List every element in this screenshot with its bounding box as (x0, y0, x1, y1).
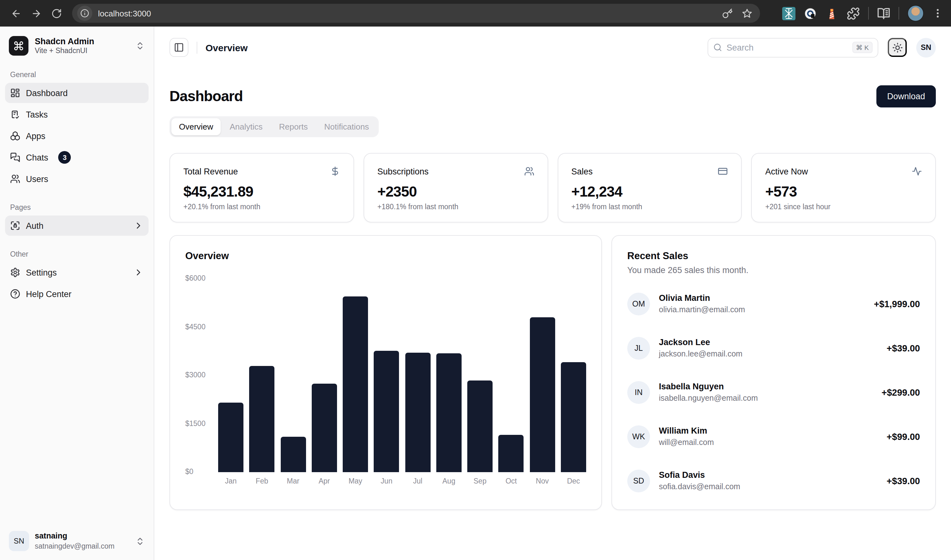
tab-reports[interactable]: Reports (271, 118, 315, 135)
screen: localhost:3000 (0, 0, 951, 560)
stat-value: +12,234 (571, 183, 728, 200)
sale-amount: +$39.00 (886, 476, 920, 486)
dashboard-icon (10, 88, 20, 98)
chats-icon (10, 152, 20, 162)
y-tick: $3000 (185, 371, 205, 378)
chats-badge: 3 (59, 151, 71, 164)
sidebar: Shadcn Admin Vite + ShadcnUI GeneralDash… (0, 26, 154, 560)
sale-avatar: OM (627, 292, 650, 315)
bar (467, 380, 493, 472)
stat-card-active-now: Active Now+573+201 since last hour (752, 153, 936, 223)
extensions-area (761, 5, 945, 22)
toolbar-divider (899, 7, 899, 20)
password-key-icon[interactable] (722, 8, 733, 18)
sidebar-item-label: Apps (26, 131, 46, 141)
breadcrumb: Overview (205, 42, 248, 53)
page-content: Dashboard Download OverviewAnalyticsRepo… (154, 68, 951, 510)
sidebar-nav: GeneralDashboardTasksAppsChats3UsersPage… (5, 63, 149, 527)
search-input[interactable] (726, 43, 848, 52)
stat-card-sales: Sales+12,234+19% from last month (557, 153, 742, 223)
url-text[interactable]: localhost:3000 (98, 9, 722, 18)
reload-icon (51, 8, 62, 18)
browser-back-button[interactable] (6, 4, 25, 23)
sidebar-item-auth[interactable]: Auth (5, 215, 149, 236)
tab-overview[interactable]: Overview (171, 118, 221, 135)
recent-sales-list: OMOlivia Martinolivia.martin@email.com+$… (627, 282, 920, 503)
stat-change: +201 since last hour (765, 203, 922, 211)
users-icon (524, 166, 534, 176)
chart-bar-mar (281, 279, 306, 472)
team-name: Shadcn Admin (35, 36, 94, 46)
recent-sales-title: Recent Sales (627, 250, 920, 262)
x-tick-apr: Apr (312, 477, 337, 485)
user-avatar: SN (9, 531, 29, 551)
sidebar-item-apps[interactable]: Apps (5, 126, 149, 146)
stat-card-subscriptions: Subscriptions+2350+180.1% from last mont… (364, 153, 548, 223)
theme-toggle-button[interactable] (888, 38, 907, 57)
chart-bar-jun (374, 279, 399, 472)
x-tick-feb: Feb (250, 477, 275, 485)
tab-notifications[interactable]: Notifications (317, 118, 377, 135)
stat-change: +20.1% from last month (183, 203, 340, 211)
chevron-right-icon (133, 221, 143, 231)
site-info-button[interactable] (77, 6, 92, 21)
browser-profile-avatar[interactable] (907, 5, 924, 22)
sale-row-jackson-lee: JLJackson Leejackson.lee@email.com+$39.0… (627, 326, 920, 371)
bar (499, 435, 524, 472)
sale-row-isabella-nguyen: INIsabella Nguyenisabella.nguyen@email.c… (627, 371, 920, 415)
download-button[interactable]: Download (876, 85, 936, 108)
x-tick-may: May (343, 477, 368, 485)
tab-analytics[interactable]: Analytics (222, 118, 270, 135)
search-box[interactable]: ⌘ K (707, 38, 878, 57)
stat-title: Subscriptions (378, 166, 429, 176)
sidebar-item-users[interactable]: Users (5, 169, 149, 189)
sidebar-item-help-center[interactable]: Help Center (5, 284, 149, 304)
sale-email: isabella.nguyen@email.com (659, 393, 758, 404)
sidebar-item-settings[interactable]: Settings (5, 262, 149, 283)
team-switcher[interactable]: Shadcn Admin Vite + ShadcnUI (5, 32, 149, 60)
sale-avatar: SD (627, 469, 650, 492)
chart-bar-dec (561, 279, 586, 472)
browser-menu-icon[interactable] (932, 8, 943, 19)
sale-name: Isabella Nguyen (659, 381, 758, 393)
chart-bar-feb (250, 279, 275, 472)
stat-value: $45,231.89 (183, 183, 340, 200)
header-avatar[interactable]: SN (916, 38, 936, 57)
bar (436, 353, 462, 472)
sidebar-toggle-button[interactable] (170, 38, 188, 57)
chevrons-up-down-icon (135, 536, 145, 546)
tasks-icon (10, 109, 20, 120)
sale-amount: +$99.00 (886, 432, 920, 442)
bar (250, 366, 275, 472)
reading-list-icon[interactable] (877, 7, 890, 20)
x-tick-sep: Sep (467, 477, 493, 485)
sale-name: William Kim (659, 425, 714, 437)
chart-bar-aug (436, 279, 462, 472)
bar (218, 403, 244, 472)
sidebar-item-label: Help Center (26, 289, 71, 298)
bookmark-star-icon[interactable] (742, 8, 752, 18)
bar (530, 317, 555, 472)
password-manager-extension-icon[interactable] (804, 7, 817, 20)
user-email: satnaingdev@gmail.com (35, 542, 114, 551)
chart-y-axis: $6000$4500$3000$1500$0 (185, 279, 218, 472)
browser-reload-button[interactable] (47, 4, 66, 23)
address-bar[interactable]: localhost:3000 (72, 4, 760, 23)
sidebar-item-label: Chats (26, 152, 48, 162)
stats-row: Total Revenue$45,231.89+20.1% from last … (170, 153, 936, 223)
teal-grid-extension-icon[interactable] (782, 7, 795, 20)
browser-forward-button[interactable] (26, 4, 46, 23)
info-icon (80, 9, 89, 18)
sidebar-item-chats[interactable]: Chats3 (5, 147, 149, 168)
sidebar-item-tasks[interactable]: Tasks (5, 104, 149, 125)
x-tick-dec: Dec (561, 477, 586, 485)
sale-amount: +$39.00 (886, 343, 920, 353)
sidebar-user-menu[interactable]: SN satnaing satnaingdev@gmail.com (5, 527, 149, 555)
sale-email: olivia.martin@email.com (659, 304, 745, 315)
sale-name: Olivia Martin (659, 292, 745, 305)
extensions-puzzle-icon[interactable] (847, 7, 860, 20)
search-icon (713, 43, 722, 52)
sidebar-item-dashboard[interactable]: Dashboard (5, 83, 149, 103)
lighthouse-extension-icon[interactable] (825, 7, 838, 20)
chevrons-up-down-icon (135, 41, 145, 51)
